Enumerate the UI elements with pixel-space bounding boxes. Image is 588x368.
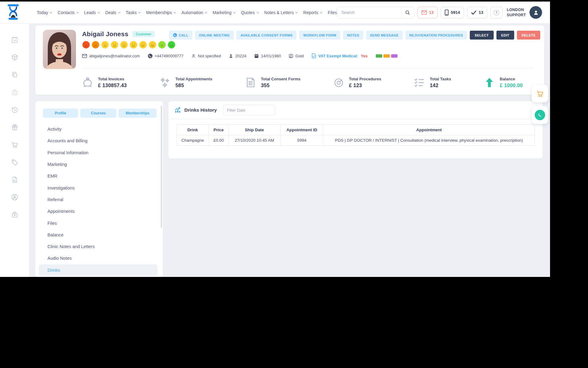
- edit-button[interactable]: EDIT: [496, 31, 514, 40]
- nav-leads[interactable]: Leads: [84, 10, 100, 15]
- chevron-down-icon: [320, 12, 322, 14]
- piggy-bank-icon: [81, 76, 94, 89]
- discount-tag-icon[interactable]: [11, 158, 19, 166]
- patient-id: 20224: [229, 54, 246, 58]
- section-drinks[interactable]: Drinks: [39, 264, 157, 276]
- section-appointments[interactable]: Appointments: [35, 205, 163, 217]
- nav-automation[interactable]: Automation: [181, 10, 207, 15]
- section-personal-information[interactable]: Personal Information: [35, 147, 163, 159]
- section-marketing[interactable]: Marketing: [35, 159, 163, 170]
- floating-whatsapp-button[interactable]: [532, 106, 548, 124]
- nav-notes-letters[interactable]: Notes & Letters: [264, 10, 298, 15]
- mood-face-4[interactable]: [111, 41, 119, 49]
- phone-icon: [148, 54, 153, 58]
- mood-face-9[interactable]: [158, 41, 166, 49]
- section-emr[interactable]: EMR: [35, 170, 163, 182]
- mood-face-2[interactable]: [92, 41, 100, 49]
- copy-icon[interactable]: [11, 71, 19, 79]
- nav-reports[interactable]: Reports: [303, 10, 322, 15]
- calendar-icon[interactable]: 12: [11, 36, 19, 44]
- nav-label: Tasks: [126, 10, 137, 15]
- patient-email: abigailjones@mailinator.com: [82, 54, 140, 58]
- user-avatar[interactable]: [530, 6, 542, 19]
- secure-case-icon[interactable]: [11, 211, 19, 219]
- document-lines-icon: [244, 76, 257, 89]
- drinks-history-title: Drinks History: [184, 107, 217, 113]
- tag-green: [376, 54, 382, 58]
- stat-balance: Balance£ 1000.00: [483, 76, 523, 89]
- mail-icon: [421, 10, 427, 15]
- bag-icon[interactable]: [11, 88, 19, 96]
- arrow-up-icon: [483, 76, 496, 89]
- support-user-icon[interactable]: [11, 193, 19, 201]
- user-name-line2: SUPPORT: [507, 13, 526, 17]
- app-logo[interactable]: [6, 4, 20, 21]
- card-icon: [289, 54, 293, 58]
- mood-face-5[interactable]: [120, 41, 128, 49]
- tab-courses[interactable]: Courses: [80, 109, 116, 118]
- chevron-down-icon: [233, 12, 236, 14]
- search-icon: [405, 10, 410, 15]
- search-input[interactable]: [337, 10, 401, 15]
- person-icon: [533, 9, 539, 16]
- mood-face-8[interactable]: [149, 41, 156, 49]
- section-balance[interactable]: Balance: [35, 229, 163, 241]
- tasks-badge[interactable]: 13: [467, 7, 487, 18]
- floating-cart-button[interactable]: [532, 85, 548, 102]
- col-ship-date: Ship Date: [228, 125, 281, 135]
- stat-total-appointments: Total Appointments585: [159, 76, 213, 89]
- search-button[interactable]: [401, 7, 414, 18]
- nav-marketing[interactable]: Marketing: [213, 10, 236, 15]
- tab-memberships[interactable]: Memberships: [119, 109, 156, 118]
- nav-memberships[interactable]: Memberships: [146, 10, 176, 15]
- nav-label: Automation: [181, 10, 203, 15]
- nav-deals[interactable]: Deals: [105, 10, 121, 15]
- mood-face-3[interactable]: [101, 41, 109, 49]
- section-accounts-billing[interactable]: Accounts and Billing: [35, 135, 163, 147]
- nav-label: Leads: [84, 10, 96, 15]
- cart-icon[interactable]: [11, 141, 19, 149]
- help-button[interactable]: ?: [490, 7, 503, 18]
- nav-label: Memberships: [146, 10, 172, 15]
- report-icon[interactable]: [11, 176, 19, 184]
- patient-identity: Abigail Joness Customer: [82, 30, 398, 58]
- section-activity[interactable]: Activity: [35, 123, 163, 135]
- mobile-phone-icon: [445, 10, 449, 16]
- patient-phone: +447490009777: [148, 54, 183, 58]
- patient-insurance: Not specified: [191, 54, 221, 58]
- patient-name: Abigail Joness: [82, 30, 128, 38]
- section-files[interactable]: Files: [35, 217, 163, 229]
- section-audio-notes[interactable]: Audio Notes: [35, 252, 163, 264]
- delete-button[interactable]: DELETE: [517, 31, 540, 40]
- tab-profile[interactable]: Profile: [43, 109, 78, 118]
- section-investigations[interactable]: Investigations: [35, 182, 163, 194]
- calls-badge[interactable]: 5914: [441, 7, 464, 18]
- section-referral[interactable]: Referral: [35, 194, 163, 205]
- inbox-badge[interactable]: 13: [417, 7, 438, 18]
- filter-date-input[interactable]: [223, 105, 275, 115]
- drinks-table-row[interactable]: Champagne £0.00 27/10/2020 10:45 AM 5994…: [177, 135, 535, 146]
- mood-face-7[interactable]: [139, 41, 147, 49]
- mood-face-6[interactable]: [130, 41, 138, 49]
- nav-contacts[interactable]: Contacts: [58, 10, 79, 15]
- user-name: LONDON SUPPORT: [507, 7, 526, 17]
- panel-scrollbar[interactable]: [161, 105, 162, 228]
- nav-files[interactable]: Files: [328, 10, 337, 15]
- svg-text:12: 12: [13, 39, 16, 41]
- history-icon[interactable]: [11, 106, 19, 114]
- nav-tasks[interactable]: Tasks: [126, 10, 141, 15]
- mood-face-10[interactable]: [168, 41, 175, 49]
- rejuvenation-procedures-button[interactable]: REJUVENATION PROCEDURES: [405, 31, 467, 40]
- nav-quotes[interactable]: Quotes: [241, 10, 259, 15]
- nav-today[interactable]: Today: [37, 10, 52, 15]
- cell-appointment-id: 5994: [280, 135, 323, 146]
- cell-price: £0.00: [209, 135, 228, 146]
- package-icon[interactable]: [11, 53, 19, 61]
- main-nav: Today Contacts Leads Deals Tasks Members…: [37, 10, 337, 15]
- mood-face-1[interactable]: [82, 41, 90, 49]
- gift-icon[interactable]: [11, 123, 19, 131]
- section-clinic-notes-letters[interactable]: Clinic Notes and Letters: [35, 241, 163, 252]
- document-icon: [312, 53, 316, 58]
- select-button[interactable]: SELECT: [470, 31, 494, 40]
- top-bar: Today Contacts Leads Deals Tasks Members…: [0, 2, 550, 24]
